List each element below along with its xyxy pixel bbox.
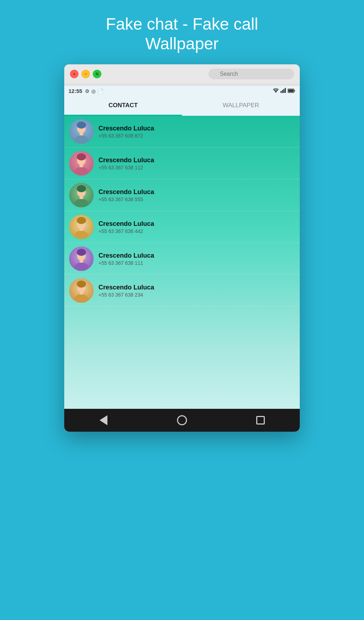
contact-info: Crescendo Luluca +55 63 367 638 555 — [98, 188, 154, 202]
title-line2: Wallpaper — [145, 34, 218, 53]
minimize-button[interactable]: − — [81, 70, 90, 78]
contact-info: Crescendo Luluca +55 63 367 638 442 — [98, 220, 154, 234]
svg-point-10 — [77, 121, 86, 129]
document-icon: 📄 — [97, 88, 103, 94]
svg-point-35 — [77, 281, 86, 288]
svg-rect-4 — [285, 88, 286, 93]
svg-point-25 — [77, 217, 86, 224]
status-bar: 12:55 ⚙ ◎ 📄 — [64, 86, 300, 96]
back-button[interactable] — [98, 415, 108, 425]
contact-phone: +55 63 367 638 234 — [98, 292, 154, 298]
contact-name: Crescendo Luluca — [98, 188, 154, 196]
phone-frame: 12:55 ⚙ ◎ 📄 CONTACT — [64, 84, 300, 432]
contact-list: Crescendo Luluca +55 63 367 638 872 — [64, 116, 300, 409]
svg-point-15 — [77, 153, 86, 160]
search-input[interactable] — [208, 69, 294, 79]
contact-info: Crescendo Luluca +55 63 367 638 234 — [98, 284, 154, 298]
contact-phone: +55 63 367 638 112 — [98, 165, 154, 170]
status-right-icons — [273, 88, 295, 94]
page-title: Fake chat - Fake call Wallpaper — [106, 14, 258, 54]
avatar — [69, 151, 93, 175]
contact-info: Crescendo Luluca +55 63 367 638 112 — [98, 157, 154, 170]
back-icon — [100, 415, 107, 425]
svg-rect-3 — [283, 89, 284, 93]
tabs: CONTACT WALLPAPER — [64, 96, 300, 116]
title-line1: Fake chat - Fake call — [106, 15, 258, 33]
window-frame: × − N 🔍 12:55 ⚙ ◎ 📄 — [64, 64, 300, 432]
tab-contact[interactable]: CONTACT — [64, 96, 182, 116]
tab-wallpaper[interactable]: WALLPAPER — [182, 96, 300, 116]
svg-rect-22 — [80, 196, 83, 199]
svg-rect-37 — [80, 292, 83, 294]
contact-phone: +55 63 367 638 872 — [98, 133, 154, 139]
avatar — [69, 247, 93, 271]
window-titlebar: × − N 🔍 — [64, 64, 300, 84]
recents-icon — [256, 416, 265, 425]
svg-point-30 — [77, 249, 86, 256]
contact-info: Crescendo Luluca +55 63 367 638 872 — [98, 125, 154, 139]
status-time: 12:55 — [69, 88, 82, 94]
avatar — [69, 119, 93, 144]
avatar — [69, 278, 93, 303]
battery-icon — [288, 88, 295, 94]
svg-rect-1 — [280, 91, 282, 93]
contact-phone: +55 63 367 638 111 — [98, 260, 154, 266]
avatar — [69, 183, 93, 207]
contact-name: Crescendo Luluca — [98, 252, 154, 259]
home-button[interactable] — [177, 415, 187, 425]
svg-rect-6 — [294, 90, 295, 91]
search-wrapper: 🔍 — [208, 69, 294, 79]
close-button[interactable]: × — [70, 70, 79, 78]
svg-rect-12 — [80, 133, 83, 135]
list-item[interactable]: Crescendo Luluca +55 63 367 638 112 — [64, 148, 300, 179]
avatar — [69, 215, 93, 239]
list-item[interactable]: Crescendo Luluca +55 63 367 638 234 — [64, 275, 300, 307]
contact-name: Crescendo Luluca — [98, 220, 154, 228]
wifi-icon — [273, 88, 279, 94]
list-item[interactable]: Crescendo Luluca +55 63 367 638 442 — [64, 211, 300, 243]
settings-icon: ⚙ — [85, 88, 90, 94]
list-item[interactable]: Crescendo Luluca +55 63 367 638 872 — [64, 116, 300, 148]
svg-rect-17 — [80, 164, 83, 167]
signal-icon — [280, 88, 286, 94]
location-icon: ◎ — [91, 88, 96, 94]
contact-phone: +55 63 367 638 442 — [98, 228, 154, 234]
contact-info: Crescendo Luluca +55 63 367 638 111 — [98, 252, 154, 266]
list-item[interactable]: Crescendo Luluca +55 63 367 638 555 — [64, 179, 300, 211]
svg-point-20 — [77, 185, 86, 192]
contact-name: Crescendo Luluca — [98, 284, 154, 291]
svg-rect-2 — [282, 90, 283, 93]
svg-rect-32 — [80, 260, 83, 263]
svg-rect-7 — [288, 89, 294, 92]
svg-rect-27 — [80, 228, 83, 231]
home-icon — [177, 415, 187, 425]
contact-phone: +55 63 367 638 555 — [98, 197, 154, 202]
contact-name: Crescendo Luluca — [98, 125, 154, 132]
svg-point-0 — [275, 92, 276, 93]
status-icons: ⚙ ◎ 📄 — [85, 88, 103, 94]
maximize-button[interactable]: N — [93, 70, 101, 78]
recents-button[interactable] — [256, 415, 266, 425]
contact-name: Crescendo Luluca — [98, 157, 154, 164]
list-item[interactable]: Crescendo Luluca +55 63 367 638 111 — [64, 243, 300, 275]
navigation-bar — [64, 409, 300, 432]
